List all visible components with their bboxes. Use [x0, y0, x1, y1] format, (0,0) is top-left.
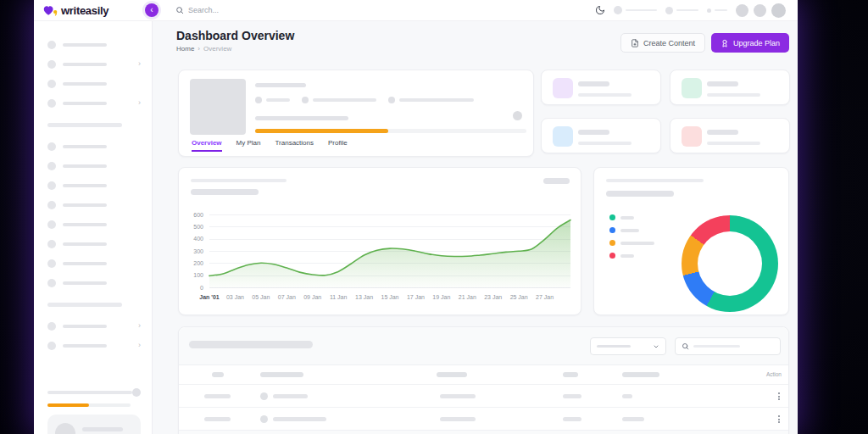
sidebar-item[interactable] — [47, 136, 141, 156]
meta-line-skeleton — [266, 98, 290, 102]
meta-line-skeleton — [399, 98, 474, 102]
tab-profile[interactable]: Profile — [328, 139, 348, 152]
meta-icon-skeleton — [255, 97, 262, 103]
sidebar-item-label-skeleton — [63, 102, 107, 105]
area-chart-plot — [209, 214, 570, 287]
legend-color-dot — [609, 227, 615, 233]
sidebar-item-label-skeleton — [63, 281, 107, 285]
tab-my-plan[interactable]: My Plan — [236, 139, 261, 152]
sidebar-item-icon-skeleton — [47, 181, 56, 190]
chart-range-skeleton — [543, 178, 570, 184]
sidebar-item-label-skeleton — [63, 82, 107, 86]
sidebar-item[interactable] — [47, 195, 141, 214]
user-avatar[interactable] — [736, 4, 748, 17]
breadcrumb-separator: › — [198, 45, 200, 53]
sidebar-item-label-skeleton — [63, 325, 107, 328]
meta-line-skeleton — [313, 98, 376, 102]
sidebar-item[interactable]: › — [47, 336, 141, 355]
sidebar-item[interactable] — [47, 273, 141, 292]
sidebar-item[interactable] — [47, 74, 141, 93]
sidebar-item[interactable] — [47, 234, 141, 253]
area-fill — [209, 220, 570, 288]
sidebar-item[interactable]: › — [47, 54, 141, 74]
skeleton-dot — [707, 8, 711, 13]
donut-chart-card — [593, 167, 789, 315]
table-search-input[interactable] — [675, 337, 781, 355]
y-axis-tick-label: 0 — [179, 285, 203, 291]
sidebar-item-label-skeleton — [63, 262, 107, 265]
sidebar-user-card[interactable] — [47, 415, 141, 434]
chevron-down-icon — [653, 343, 659, 350]
y-axis-tick-label: 200 — [179, 260, 203, 266]
sidebar-item-icon-skeleton — [47, 162, 56, 170]
sidebar-item[interactable] — [47, 35, 141, 54]
x-axis-tick-label: 27 Jan — [528, 294, 562, 300]
sidebar-item-label-skeleton — [63, 184, 107, 187]
legend-item — [609, 253, 654, 259]
profile-name-skeleton — [255, 83, 306, 87]
table-toolbar — [179, 327, 788, 365]
user-name-skeleton — [82, 427, 123, 431]
topbar-skeleton-group — [665, 7, 698, 14]
cell-skeleton — [563, 394, 581, 398]
sidebar-item[interactable] — [47, 214, 141, 234]
global-search — [175, 6, 286, 14]
y-axis-tick-label: 100 — [179, 272, 203, 278]
upgrade-plan-button[interactable]: Upgrade Plan — [711, 33, 789, 53]
row-avatar-skeleton — [260, 415, 268, 423]
table-filter-select[interactable] — [590, 337, 666, 355]
sidebar-item[interactable]: › — [47, 316, 141, 336]
sidebar-item-icon-skeleton — [47, 80, 56, 88]
topbar-right — [595, 3, 798, 18]
search-placeholder-skeleton — [693, 345, 740, 348]
user-avatar[interactable] — [754, 4, 766, 17]
sidebar-item-label-skeleton — [63, 223, 107, 226]
stat-value-skeleton — [707, 130, 738, 135]
row-actions-kebab-icon[interactable] — [777, 415, 781, 424]
sidebar-item[interactable]: › — [47, 93, 141, 113]
table-title-skeleton — [189, 341, 313, 348]
legend-color-dot — [609, 214, 615, 220]
usage-label-skeleton — [47, 391, 132, 394]
desktop-background: writeasily ‹ — [0, 0, 868, 434]
user-avatar[interactable] — [771, 3, 786, 18]
cell-skeleton — [622, 394, 632, 398]
skeleton-dot — [665, 7, 673, 14]
chart-gridline — [209, 287, 570, 288]
sidebar-item-label-skeleton — [63, 63, 107, 66]
skeleton-line — [715, 9, 727, 12]
sidebar-item[interactable] — [47, 156, 141, 175]
y-axis-tick-label: 500 — [179, 224, 203, 230]
meta-icon-skeleton — [302, 97, 309, 103]
brand: writeasily — [34, 4, 153, 17]
sidebar-item-icon-skeleton — [47, 201, 56, 209]
tab-overview[interactable]: Overview — [192, 139, 222, 152]
sidebar-item-label-skeleton — [63, 203, 107, 207]
cell-skeleton — [440, 417, 476, 421]
award-icon — [721, 39, 729, 47]
sidebar-item[interactable] — [47, 253, 141, 273]
legend-color-dot — [609, 240, 615, 246]
topbar-skeleton-group — [614, 6, 657, 14]
row-actions-kebab-icon[interactable] — [777, 392, 781, 401]
breadcrumb-home-link[interactable]: Home — [176, 45, 194, 53]
search-input[interactable] — [188, 6, 286, 14]
column-header-skeleton — [622, 372, 659, 377]
profile-usage-label-skeleton — [255, 116, 348, 120]
create-content-button[interactable]: Create Content — [620, 33, 705, 53]
topbar-skeleton-group — [707, 8, 727, 13]
sidebar-item-icon-skeleton — [47, 99, 56, 108]
meta-icon-skeleton — [388, 97, 395, 103]
sidebar-item-label-skeleton — [63, 344, 107, 348]
stat-icon — [553, 78, 573, 98]
file-plus-icon — [631, 39, 639, 47]
table-header-row: Action — [179, 365, 788, 384]
tab-transactions[interactable]: Transactions — [275, 139, 314, 152]
sidebar-collapse-button[interactable]: ‹ — [145, 3, 159, 17]
sidebar-item[interactable] — [47, 175, 141, 195]
dark-mode-moon-icon[interactable] — [595, 5, 605, 15]
stat-label-skeleton — [578, 142, 632, 145]
topbar: writeasily ‹ — [34, 0, 798, 21]
chart-title-skeleton — [191, 179, 287, 182]
select-value-skeleton — [597, 345, 631, 348]
